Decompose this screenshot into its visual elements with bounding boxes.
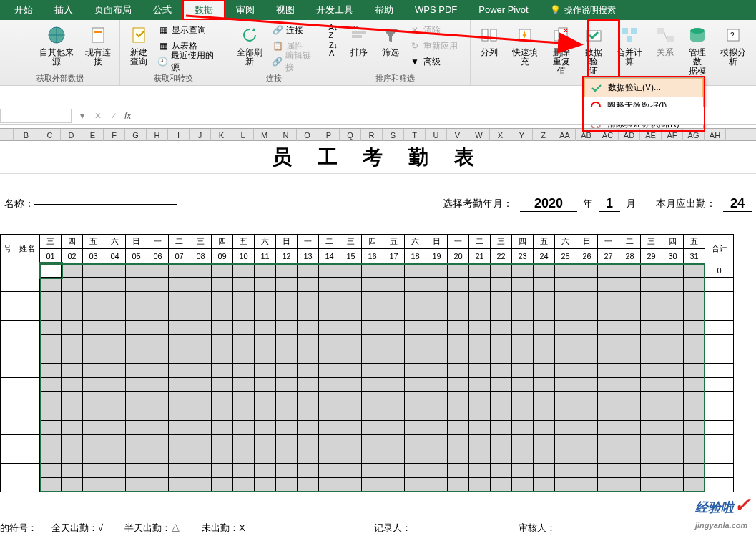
year-value[interactable]: 2020 (520, 196, 577, 212)
sheet-area[interactable]: 员 工 考 勤 表 名称： 选择考勤年月： 2020 年 1 月 本月应出勤： … (0, 141, 756, 536)
col-T[interactable]: T (404, 129, 426, 142)
col-G[interactable]: G (125, 129, 147, 142)
filter-button[interactable]: 筛选 (375, 22, 406, 59)
table-icon: ▦ (157, 24, 169, 36)
svg-rect-5 (352, 35, 362, 38)
col-M[interactable]: M (254, 129, 275, 142)
refresh-all-button[interactable]: 全部刷新 (230, 22, 269, 68)
tab-review[interactable]: 审阅 (225, 0, 265, 20)
col-L[interactable]: L (232, 129, 254, 142)
svg-rect-3 (133, 28, 144, 42)
col-H[interactable]: H (147, 129, 168, 142)
relationships-button[interactable]: 关系 (649, 22, 681, 59)
recent-button[interactable]: 🕘最近使用的源 (154, 54, 224, 69)
col-D[interactable]: D (61, 129, 82, 142)
reapply-button[interactable]: ↻重新应用 (406, 38, 461, 54)
advanced-button[interactable]: ▼高级 (406, 54, 461, 69)
col-K[interactable]: K (211, 129, 232, 142)
col-U[interactable]: U (426, 129, 447, 142)
col-B[interactable]: B (14, 129, 39, 142)
svg-rect-11 (559, 28, 567, 38)
legend-row: 的符号： 全天出勤：√ 半天出勤：△ 未出勤：X 记录人： 审核人： (0, 522, 556, 535)
col-P[interactable]: P (318, 129, 340, 142)
tab-wps[interactable]: WPS PDF (404, 0, 468, 20)
col-S[interactable]: S (383, 129, 404, 142)
col-R[interactable]: R (361, 129, 383, 142)
from-other-button[interactable]: 自其他来源 (34, 22, 79, 68)
show-queries-button[interactable]: ▦显示查询 (154, 22, 224, 38)
svg-rect-16 (657, 28, 664, 34)
name-box-dropdown-icon[interactable]: ▾ (74, 111, 90, 121)
cols-icon (478, 24, 501, 47)
col-O[interactable]: O (297, 129, 318, 142)
fx-cancel-icon[interactable]: ✕ (90, 111, 106, 121)
group-get-label: 获取和转换 (120, 73, 227, 85)
col-C[interactable]: C (39, 129, 61, 142)
legend-full: 全天出勤：√ (51, 522, 103, 535)
cons-icon (618, 24, 641, 47)
fx-ok-icon[interactable]: ✓ (106, 111, 122, 121)
what-icon: ? (722, 24, 745, 47)
col-Q[interactable]: Q (340, 129, 361, 142)
col-AF[interactable]: AF (662, 129, 683, 142)
tab-insert[interactable]: 插入 (44, 0, 84, 20)
tab-data[interactable]: 数据 (182, 0, 225, 20)
col-V[interactable]: V (447, 129, 468, 142)
col-AH[interactable]: AH (705, 129, 726, 142)
globe-icon (45, 24, 68, 47)
col-AA[interactable]: AA (554, 129, 576, 142)
svg-rect-13 (622, 28, 628, 34)
col-F[interactable]: F (104, 129, 125, 142)
new-query-button[interactable]: 新建 查询 (123, 22, 154, 68)
col-X[interactable]: X (490, 129, 511, 142)
bulb-icon: 💡 (550, 5, 561, 15)
connections-button[interactable]: 🔗连接 (269, 22, 317, 38)
tab-powerpivot[interactable]: Power Pivot (468, 0, 539, 20)
sort-az-button[interactable]: A↓Z Z↓A (323, 22, 343, 59)
tab-formula[interactable]: 公式 (142, 0, 182, 20)
col-AG[interactable]: AG (683, 129, 705, 142)
col-Y[interactable]: Y (511, 129, 533, 142)
col-AE[interactable]: AE (640, 129, 662, 142)
tell-me-search[interactable]: 💡 操作说明搜索 (550, 4, 616, 16)
col-E[interactable]: E (82, 129, 104, 142)
flash-fill-button[interactable]: 快速填充 (505, 22, 545, 68)
attendance-grid[interactable]: 号姓名三四五六日一二三四五六日一二三四五六日一二三四五六日一二三四五合计0102… (0, 234, 756, 492)
col-N[interactable]: N (275, 129, 297, 142)
col-AC[interactable]: AC (597, 129, 619, 142)
edit-icon: 🔗 (272, 56, 283, 67)
tab-layout[interactable]: 页面布局 (84, 0, 142, 20)
existing-conn-button[interactable]: 现有连接 (79, 22, 117, 68)
col-J[interactable]: J (190, 129, 211, 142)
col-AD[interactable]: AD (619, 129, 640, 142)
tab-start[interactable]: 开始 (4, 0, 44, 20)
month-value[interactable]: 1 (599, 196, 620, 212)
col-I[interactable]: I (168, 129, 190, 142)
tab-view[interactable]: 视图 (265, 0, 305, 20)
name-field[interactable] (34, 204, 177, 205)
sheet-title: 员 工 考 勤 表 (0, 141, 756, 174)
text-to-cols-button[interactable]: 分列 (473, 22, 505, 59)
edit-links-button[interactable]: 🔗编辑链接 (269, 54, 317, 69)
name-box[interactable] (0, 109, 72, 123)
ribbon-content: 自其他来源 现有连接 获取外部数据 新建 查询 ▦显示查询 ▦从表格 🕘最近使用… (0, 20, 756, 86)
group-external-label: 获取外部数据 (0, 73, 119, 85)
tab-help[interactable]: 帮助 (364, 0, 404, 20)
dd-data-validation[interactable]: 数据验证(V)... (584, 78, 703, 97)
svg-rect-1 (92, 28, 104, 42)
table-icon: ▦ (157, 40, 169, 52)
col-W[interactable]: W (468, 129, 490, 142)
fx-icon[interactable]: fx (122, 111, 134, 121)
what-if-button[interactable]: ? 模拟分析 (713, 22, 753, 68)
col-Z[interactable]: Z (533, 129, 554, 142)
approver-label: 审核人： (519, 522, 556, 535)
sort-button[interactable]: ZA 排序 (343, 22, 375, 59)
formula-input[interactable] (134, 107, 756, 125)
remove-dup-button[interactable]: 删除 重复值 (545, 22, 577, 78)
select-ym-label: 选择考勤年月： (443, 198, 513, 210)
new-query-icon (127, 24, 150, 47)
col-AB[interactable]: AB (576, 129, 597, 142)
tab-dev[interactable]: 开发工具 (305, 0, 364, 20)
recent-icon: 🕘 (157, 56, 168, 67)
clear-button[interactable]: ✕清除 (406, 22, 461, 38)
